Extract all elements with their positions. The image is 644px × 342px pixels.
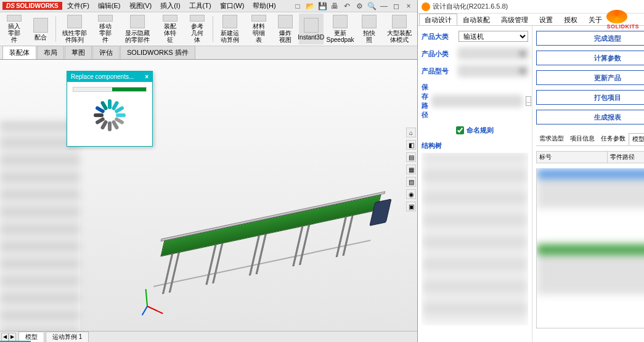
form-area: 产品大类 输送机 产品小类 产品型号 保存路径 ... 命名规则 结构树 bbox=[418, 26, 532, 342]
rib-show-hidden[interactable]: 显示隐藏的零部件 bbox=[120, 14, 157, 44]
rib-bom[interactable]: 材料明细表 bbox=[246, 14, 272, 44]
btn-package-project[interactable]: 打包项目 bbox=[536, 90, 644, 105]
progress-bar bbox=[73, 87, 147, 92]
rib-new-motion[interactable]: 新建运动算例 bbox=[215, 14, 245, 44]
tab-next-icon[interactable]: ▶ bbox=[9, 333, 16, 341]
tab-sketch[interactable]: 草图 bbox=[65, 46, 92, 59]
menu-view[interactable]: 视图(V) bbox=[126, 0, 156, 12]
rib-mate[interactable]: 配合 bbox=[28, 14, 53, 44]
menu-bar: DSSOLIDWORKS 文件(F) 编辑(E) 视图(V) 插入(I) 工具(… bbox=[0, 0, 417, 12]
rib-linear-pattern[interactable]: 线性零部件阵列 bbox=[58, 14, 91, 44]
view-palette-icon[interactable]: ▨ bbox=[406, 177, 416, 187]
action-area: 完成选型 计算参数 更新产品 打包项目 生成报表 需求选型 项目信息 任务参数 … bbox=[532, 26, 644, 342]
quick-access-toolbar: □ 📂 💾 🖶 ↶ ⚙ 🔍 — ◻ × bbox=[293, 1, 417, 11]
viewport[interactable]: ⌂ ◧ ▤ ▦ ▨ ◉ ▣ bbox=[0, 60, 417, 331]
label-naming-rule: 命名规则 bbox=[467, 126, 494, 135]
triad[interactable] bbox=[147, 282, 171, 306]
rib-speedpak[interactable]: 更新Speedpak bbox=[325, 14, 356, 44]
menu-insert[interactable]: 插入(I) bbox=[157, 0, 184, 12]
col-path: 零件路径 bbox=[608, 152, 644, 163]
stab-demand[interactable]: 需求选型 bbox=[536, 133, 567, 145]
rib-assembly-feature[interactable]: 装配体特征 bbox=[157, 14, 183, 44]
btab-motion[interactable]: 运动算例 1 bbox=[46, 332, 89, 343]
dialog-close-icon[interactable]: × bbox=[145, 73, 149, 80]
window-close-icon[interactable]: × bbox=[404, 1, 414, 11]
btn-calc-params[interactable]: 计算参数 bbox=[536, 51, 644, 65]
rib-insert-component[interactable]: 插入零部件 bbox=[1, 14, 27, 44]
tab-evaluate[interactable]: 评估 bbox=[92, 46, 120, 59]
solidkits-panel: 设计自动化(R2021.6.5.8) 自动设计 自动装配 高级管理 设置 授权 … bbox=[418, 0, 644, 342]
rtab-adv-manage[interactable]: 高级管理 bbox=[495, 14, 534, 25]
replace-components-dialog: Replace components... × bbox=[67, 71, 153, 147]
home-icon[interactable]: ⌂ bbox=[406, 128, 416, 137]
search-icon[interactable]: 🔍 bbox=[367, 1, 377, 11]
open-icon[interactable]: 📂 bbox=[305, 1, 315, 11]
print-icon[interactable]: 🖶 bbox=[330, 1, 340, 11]
rib-snapshot[interactable]: 拍快照 bbox=[357, 14, 381, 44]
btn-gen-report[interactable]: 生成报表 bbox=[536, 110, 644, 124]
stab-model-status[interactable]: 模型状态 bbox=[629, 133, 644, 145]
grid-body[interactable] bbox=[536, 168, 644, 328]
rtab-auto-design[interactable]: 自动设计 bbox=[419, 14, 457, 25]
col-label: 标号 bbox=[537, 152, 608, 163]
window-max-icon[interactable]: ◻ bbox=[391, 1, 401, 11]
menu-window[interactable]: 窗口(W) bbox=[216, 0, 248, 12]
btn-update-product[interactable]: 更新产品 bbox=[536, 70, 644, 85]
tab-prev-icon[interactable]: ◀ bbox=[1, 333, 9, 341]
ribbon: 插入零部件 配合 线性零部件阵列 移动零部件 显示隐藏的零部件 装配体特征 参考… bbox=[0, 12, 417, 46]
select-product-model[interactable] bbox=[459, 65, 528, 76]
grid-header: 标号 零件路径 bbox=[536, 151, 644, 163]
tab-assembly[interactable]: 装配体 bbox=[2, 46, 36, 59]
stab-project-info[interactable]: 项目信息 bbox=[567, 133, 598, 145]
rib-explode[interactable]: 爆炸视图 bbox=[273, 14, 298, 44]
dialog-title: Replace components... bbox=[71, 73, 134, 80]
label-product-sub: 产品小类 bbox=[422, 49, 455, 59]
rib-instant3d[interactable]: Instant3D bbox=[299, 14, 324, 44]
appearance-icon[interactable]: ◉ bbox=[406, 189, 416, 199]
sw-logo: DSSOLIDWORKS bbox=[2, 2, 62, 10]
save-icon[interactable]: 💾 bbox=[317, 1, 327, 11]
conveyor-model[interactable] bbox=[149, 195, 381, 307]
label-save-path: 保存路径 bbox=[422, 83, 428, 120]
rtab-auto-assemble[interactable]: 自动装配 bbox=[457, 14, 495, 25]
menu-help[interactable]: 帮助(H) bbox=[249, 0, 279, 12]
struct-tree[interactable] bbox=[422, 153, 528, 325]
feature-tree-blurred bbox=[0, 121, 80, 342]
panel-title: 设计自动化(R2021.6.5.8) bbox=[433, 2, 508, 11]
stab-task-params[interactable]: 任务参数 bbox=[598, 133, 629, 145]
undo-icon[interactable]: ↶ bbox=[342, 1, 352, 11]
struct-tree-header: 结构树 bbox=[422, 141, 528, 150]
task-pane-icons: ⌂ ◧ ▤ ▦ ▨ ◉ ▣ bbox=[406, 128, 416, 211]
spinner-icon bbox=[91, 97, 128, 134]
property-icon[interactable]: ▣ bbox=[406, 202, 416, 211]
label-product-category: 产品大类 bbox=[422, 32, 455, 41]
rib-large-assembly[interactable]: 大型装配体模式 bbox=[383, 14, 416, 44]
btn-finish-select[interactable]: 完成选型 bbox=[536, 31, 644, 46]
input-save-path[interactable] bbox=[432, 96, 522, 107]
rib-ref-geometry[interactable]: 参考几何体 bbox=[184, 14, 210, 44]
rtab-about[interactable]: 关于 bbox=[583, 14, 608, 25]
select-product-category[interactable]: 输送机 bbox=[459, 31, 528, 42]
menu-tools[interactable]: 工具(T) bbox=[185, 0, 215, 12]
checkbox-naming-rule[interactable] bbox=[456, 126, 464, 134]
command-tabs: 装配体 布局 草图 评估 SOLIDWORKS 插件 bbox=[0, 46, 417, 60]
browse-button[interactable]: ... bbox=[526, 96, 531, 106]
select-product-sub[interactable] bbox=[459, 48, 528, 59]
sub-tabs: 需求选型 项目信息 任务参数 模型状态 属性 bbox=[536, 133, 644, 146]
rtab-license[interactable]: 授权 bbox=[558, 14, 583, 25]
window-min-icon[interactable]: — bbox=[379, 1, 389, 11]
tab-layout[interactable]: 布局 bbox=[37, 46, 64, 59]
explorer-icon[interactable]: ▦ bbox=[406, 165, 416, 174]
solidworks-window: DSSOLIDWORKS 文件(F) 编辑(E) 视图(V) 插入(I) 工具(… bbox=[0, 0, 418, 342]
label-product-model: 产品型号 bbox=[422, 67, 455, 76]
rib-move-component[interactable]: 移动零部件 bbox=[92, 14, 118, 44]
rtab-settings[interactable]: 设置 bbox=[534, 14, 558, 25]
resources-icon[interactable]: ◧ bbox=[406, 140, 416, 150]
panel-icon bbox=[422, 2, 430, 11]
menu-edit[interactable]: 编辑(E) bbox=[94, 0, 124, 12]
library-icon[interactable]: ▤ bbox=[406, 152, 416, 162]
options-icon[interactable]: ⚙ bbox=[354, 1, 364, 11]
new-icon[interactable]: □ bbox=[293, 1, 303, 11]
tab-addins[interactable]: SOLIDWORKS 插件 bbox=[120, 46, 195, 59]
menu-file[interactable]: 文件(F) bbox=[63, 0, 93, 12]
